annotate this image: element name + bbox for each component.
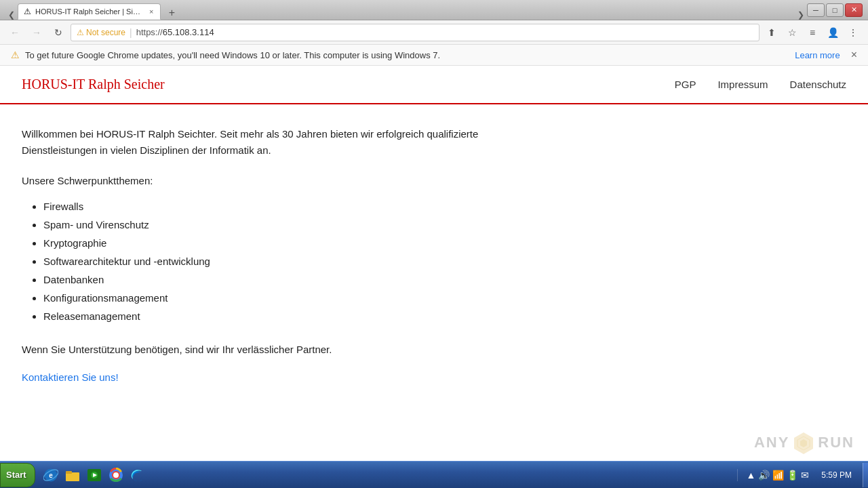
closing-text: Wenn Sie Unterstützung benötigen, sind w… xyxy=(22,342,589,358)
site-navigation: PGP Impressum Datenschutz xyxy=(675,79,846,90)
anyrun-watermark: ANY RUN xyxy=(754,431,854,454)
site-header: HORUS-IT Ralph Seicher PGP Impressum Dat… xyxy=(0,66,868,104)
menu-button[interactable]: ⋮ xyxy=(844,23,863,42)
new-tab-button[interactable]: + xyxy=(163,6,180,20)
reading-mode-button[interactable]: ≡ xyxy=(803,23,822,42)
nav-datenschutz[interactable]: Datenschutz xyxy=(790,79,846,90)
taskbar-ie-icon[interactable]: e xyxy=(41,465,61,485)
webpage: HORUS-IT Ralph Seicher PGP Impressum Dat… xyxy=(0,66,868,461)
section-header: Unsere Schwerpunktthemen: xyxy=(22,175,589,186)
list-item: Konfigurationsmanagement xyxy=(43,289,589,307)
window-controls: ─ □ ✕ xyxy=(807,3,863,17)
nav-impressum[interactable]: Impressum xyxy=(717,79,768,90)
watermark-text-run: RUN xyxy=(818,434,854,451)
list-item: Releasemanagement xyxy=(43,307,589,325)
notification-text: To get future Google Chrome updates, you… xyxy=(25,50,789,60)
refresh-button[interactable]: ↻ xyxy=(49,23,68,42)
taskbar-folder-icon[interactable] xyxy=(62,465,83,485)
watermark-text-any: ANY xyxy=(754,434,789,451)
address-separator: | xyxy=(130,27,132,38)
tray-arrow-icon[interactable]: ▲ xyxy=(746,470,755,481)
security-indicator: ⚠ Not secure xyxy=(77,28,125,37)
tab-favicon: ⚠ xyxy=(24,7,31,16)
list-item: Firewalls xyxy=(43,197,589,216)
taskbar-media-icon[interactable] xyxy=(84,465,104,485)
nav-pgp[interactable]: PGP xyxy=(675,79,696,90)
contact-link[interactable]: Kontaktieren Sie uns! xyxy=(22,371,119,383)
profile-button[interactable]: 👤 xyxy=(823,23,842,42)
bookmark-icon: ☆ xyxy=(788,27,797,38)
notification-warning-icon: ⚠ xyxy=(11,49,20,60)
browser-tab[interactable]: ⚠ HORUS-IT Ralph Seicher | Sicherhe... × xyxy=(18,3,161,20)
intro-paragraph: Willkommen bei HORUS-IT Ralph Seichter. … xyxy=(22,126,589,159)
tray-icons: ▲ 🔊 📶 🔋 ✉ xyxy=(743,470,812,481)
tray-speaker-icon[interactable]: 🔊 xyxy=(758,470,770,481)
svg-text:e: e xyxy=(49,472,53,479)
notification-bar: ⚠ To get future Google Chrome updates, y… xyxy=(0,45,868,66)
nav-actions: ⬆ ☆ ≡ 👤 ⋮ xyxy=(762,23,863,42)
taskbar-edge-icon[interactable] xyxy=(127,465,148,485)
intro-line2: Dienstleistungen in vielen Disziplinen d… xyxy=(22,144,271,156)
back-icon: ← xyxy=(10,27,20,38)
tab-title: HORUS-IT Ralph Seicher | Sicherhe... xyxy=(35,7,144,16)
address-host: 65.108.3.114 xyxy=(163,27,214,37)
share-icon: ⬆ xyxy=(768,27,776,38)
tray-network-icon[interactable]: 📶 xyxy=(772,470,784,481)
tab-strip: ❮ ⚠ HORUS-IT Ralph Seicher | Sicherhe...… xyxy=(5,0,807,20)
services-list: Firewalls Spam- und Virenschutz Kryptogr… xyxy=(22,197,589,325)
taskbar-tray: ▲ 🔊 📶 🔋 ✉ 5:59 PM xyxy=(737,469,863,481)
clock-time: 5:59 PM xyxy=(821,470,852,480)
address-text: https://65.108.3.114 xyxy=(136,27,753,37)
maximize-button[interactable]: □ xyxy=(826,3,844,17)
tray-msg-icon[interactable]: ✉ xyxy=(801,470,809,481)
reading-icon: ≡ xyxy=(810,27,815,38)
intro-line1: Willkommen bei HORUS-IT Ralph Seichter. … xyxy=(22,128,478,140)
address-bar[interactable]: ⚠ Not secure | https://65.108.3.114 xyxy=(71,24,760,41)
address-https: https:// xyxy=(136,27,163,37)
main-content: Willkommen bei HORUS-IT Ralph Seichter. … xyxy=(0,104,610,405)
browser-window: ❮ ⚠ HORUS-IT Ralph Seicher | Sicherhe...… xyxy=(0,0,868,461)
back-button[interactable]: ← xyxy=(5,23,24,42)
start-label: Start xyxy=(6,470,26,480)
list-item: Spam- und Virenschutz xyxy=(43,216,589,234)
menu-icon: ⋮ xyxy=(848,27,858,38)
tab-scroll-left[interactable]: ❮ xyxy=(5,10,18,20)
site-logo: HORUS-IT Ralph Seicher xyxy=(22,77,675,92)
tab-scroll-right[interactable]: ❯ xyxy=(795,10,807,20)
start-button[interactable]: Start xyxy=(0,463,35,487)
profile-icon: 👤 xyxy=(827,27,839,38)
svg-point-14 xyxy=(113,472,119,478)
taskbar-clock[interactable]: 5:59 PM xyxy=(816,469,857,481)
taskbar: Start e xyxy=(0,461,868,488)
forward-button[interactable]: → xyxy=(27,23,46,42)
title-bar: ❮ ⚠ HORUS-IT Ralph Seicher | Sicherhe...… xyxy=(0,0,868,20)
list-item: Softwarearchitektur und -entwicklung xyxy=(43,252,589,270)
list-item: Kryptographie xyxy=(43,234,589,252)
not-secure-text: Not secure xyxy=(86,28,125,37)
forward-icon: → xyxy=(32,27,41,38)
share-button[interactable]: ⬆ xyxy=(762,23,781,42)
taskbar-items: e xyxy=(38,465,738,485)
navigation-bar: ← → ↻ ⚠ Not secure | https://65.108.3.11… xyxy=(0,20,868,45)
learn-more-link[interactable]: Learn more xyxy=(795,50,840,60)
notification-close-button[interactable]: × xyxy=(851,49,857,61)
show-desktop-button[interactable] xyxy=(863,463,868,487)
tab-close-button[interactable]: × xyxy=(148,7,155,16)
taskbar-chrome-icon[interactable] xyxy=(106,465,126,485)
tray-power-icon[interactable]: 🔋 xyxy=(787,470,798,481)
warning-icon: ⚠ xyxy=(77,28,84,37)
list-item: Datenbanken xyxy=(43,270,589,289)
bookmark-button[interactable]: ☆ xyxy=(783,23,802,42)
close-button[interactable]: ✕ xyxy=(845,3,863,17)
watermark-logo xyxy=(792,431,815,454)
svg-rect-7 xyxy=(66,471,72,474)
minimize-button[interactable]: ─ xyxy=(807,3,825,17)
refresh-icon: ↻ xyxy=(54,27,62,38)
